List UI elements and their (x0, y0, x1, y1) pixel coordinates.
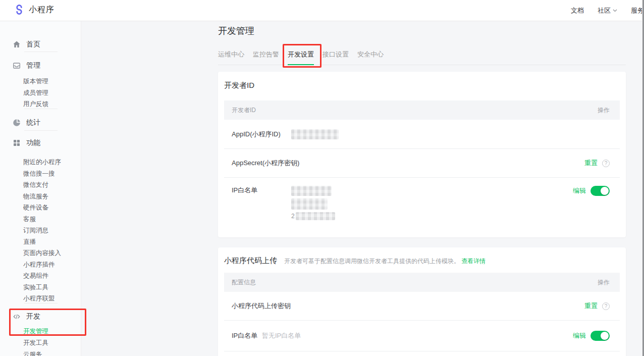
sidebar-item-user-feedback[interactable]: 用户反馈 (23, 99, 48, 109)
ip-whitelist-toggle[interactable] (591, 186, 610, 196)
folder-icon (13, 62, 21, 70)
upload-ip-whitelist-toggle[interactable] (591, 331, 610, 341)
row-actions: 编辑 (573, 186, 610, 196)
sidebar-item-cloud-service[interactable]: 云服务 (23, 350, 42, 356)
sidebar-item-trade-component[interactable]: 交易组件 (23, 271, 48, 280)
ip-whitelist-empty-value: 暂无IP白名单 (262, 331, 301, 340)
table-row: IP白名单 2 编辑 (224, 178, 620, 228)
sidebar-item-miniprogram-plugin[interactable]: 小程序插件 (23, 260, 55, 269)
help-icon[interactable]: ? (602, 160, 610, 167)
developer-id-card: 开发者ID 开发者ID 操作 AppID(小程序ID) AppSecret(小程… (218, 72, 626, 237)
sidebar-item-features[interactable]: 功能 (13, 138, 40, 148)
ip-whitelist-label: IP白名单 (232, 331, 262, 340)
ip-visible-prefix: 2 (291, 213, 295, 220)
redacted-ip-value-with-prefix: 2 (291, 212, 335, 220)
table-header: 开发者ID 操作 (224, 100, 620, 120)
nav-community-label: 社区 (598, 6, 611, 15)
home-icon (13, 40, 21, 48)
sidebar-item-wechat-pay[interactable]: 微信支付 (23, 180, 48, 189)
reset-upload-secret-button[interactable]: 重置 (584, 301, 598, 311)
tab-bar: 运维中心 监控告警 开发设置 接口设置 安全中心 (218, 47, 626, 65)
appid-label: AppID(小程序ID) (232, 130, 291, 139)
sidebar-item-home[interactable]: 首页 (13, 39, 40, 49)
table-header-name: 开发者ID (232, 106, 256, 115)
view-details-link[interactable]: 查看详情 (461, 258, 486, 265)
tab-monitor-alert[interactable]: 监控告警 (253, 47, 279, 65)
sidebar-item-develop[interactable]: 开发 (13, 312, 40, 322)
sidebar-item-manage[interactable]: 管理 (13, 61, 40, 71)
section-header: 小程序代码上传 开发者可基于配置信息调用微信开发者工具提供的代码上传模块。 查看… (218, 247, 626, 266)
sidebar-item-version-manage[interactable]: 版本管理 (23, 77, 48, 86)
divider (224, 351, 620, 351)
row-actions: 重置 ? (584, 301, 610, 311)
nav-docs[interactable]: 文档 (571, 6, 584, 15)
section-title: 开发者ID (218, 72, 626, 90)
sidebar-item-wechat-search[interactable]: 微信搜一搜 (23, 169, 55, 178)
sidebar-item-live[interactable]: 直播 (23, 237, 36, 246)
main-content: 开发管理 运维中心 监控告警 开发设置 接口设置 安全中心 开发者ID 开发者I… (218, 21, 626, 356)
table-row: AppID(小程序ID) (224, 120, 620, 148)
nav-community[interactable]: 社区 (598, 6, 617, 15)
chevron-down-icon (613, 9, 617, 12)
code-icon (13, 313, 21, 321)
sidebar-item-label: 功能 (26, 138, 40, 147)
section-description: 开发者可基于配置信息调用微信开发者工具提供的代码上传模块。 查看详情 (284, 257, 486, 266)
sidebar: 首页 管理 版本管理 成员管理 用户反馈 统计 功能 附近的小程序 微信搜一搜 … (0, 21, 81, 356)
table-header-action: 操作 (598, 106, 610, 115)
tab-security-center[interactable]: 安全中心 (357, 47, 384, 65)
sidebar-item-customer-service[interactable]: 客服 (23, 215, 36, 224)
redacted-appid-value (291, 129, 339, 139)
pie-chart-icon (13, 119, 21, 127)
logo-text: 小程序 (29, 5, 55, 15)
grid-icon (13, 139, 21, 147)
section-description-text: 开发者可基于配置信息调用微信开发者工具提供的代码上传模块。 (284, 258, 460, 265)
table-row: AppSecret(小程序密钥) 重置 ? (224, 149, 620, 177)
page-title: 开发管理 (218, 25, 254, 37)
sidebar-item-label: 统计 (26, 118, 40, 127)
wechat-miniprogram-console: 小程序 文档 社区 服务 首页 管理 版本管理 成员管理 用户反馈 统计 (0, 0, 644, 356)
sidebar-item-logistics[interactable]: 物流服务 (23, 192, 48, 201)
redacted-ip-value (291, 198, 328, 210)
tab-develop-settings[interactable]: 开发设置 (288, 47, 314, 65)
tab-ops-center[interactable]: 运维中心 (218, 47, 244, 65)
sidebar-item-label: 首页 (26, 40, 40, 49)
sidebar-item-nearby-miniprogram[interactable]: 附近的小程序 (23, 158, 61, 167)
divider (24, 303, 58, 303)
sidebar-item-label: 管理 (26, 61, 40, 70)
header-nav: 文档 社区 服务 (571, 0, 644, 21)
sidebar-item-experiment-tools[interactable]: 实验工具 (23, 283, 48, 292)
redacted-ip-value (291, 186, 332, 196)
table-row: IP白名单 暂无IP白名单 编辑 (224, 321, 620, 351)
edit-ip-whitelist-button[interactable]: 编辑 (573, 186, 586, 195)
sidebar-item-subscribe-message[interactable]: 订阅消息 (23, 226, 48, 235)
divider (24, 109, 58, 109)
divider (24, 52, 58, 52)
scrollbar-track[interactable] (642, 0, 644, 356)
appsecret-label: AppSecret(小程序密钥) (232, 159, 299, 168)
sidebar-item-page-content-access[interactable]: 页面内容接入 (23, 248, 61, 258)
sidebar-item-statistics[interactable]: 统计 (13, 118, 40, 128)
upload-secret-label: 小程序代码上传密钥 (232, 301, 291, 311)
top-header: 小程序 文档 社区 服务 (0, 0, 644, 21)
table-row: 小程序代码上传密钥 重置 ? (224, 292, 620, 320)
code-upload-card: 小程序代码上传 开发者可基于配置信息调用微信开发者工具提供的代码上传模块。 查看… (218, 247, 626, 356)
table-header-action: 操作 (598, 278, 610, 287)
row-actions: 编辑 (573, 331, 610, 341)
sidebar-item-hardware[interactable]: 硬件设备 (23, 203, 48, 212)
toggle-knob (601, 332, 609, 340)
row-actions: 重置 ? (584, 159, 610, 168)
edit-ip-whitelist-button[interactable]: 编辑 (573, 331, 586, 340)
reset-appsecret-button[interactable]: 重置 (584, 159, 598, 168)
table-header-name: 配置信息 (232, 278, 256, 287)
help-icon[interactable]: ? (602, 302, 610, 310)
table-header: 配置信息 操作 (224, 273, 620, 292)
redacted-ip-value (296, 212, 335, 220)
sidebar-item-miniprogram-union[interactable]: 小程序联盟 (23, 294, 55, 303)
sidebar-item-label: 开发 (26, 312, 40, 321)
sidebar-item-member-manage[interactable]: 成员管理 (23, 88, 48, 97)
miniprogram-logo[interactable]: 小程序 (14, 4, 55, 15)
miniprogram-logo-icon (14, 4, 25, 15)
tab-interface-settings[interactable]: 接口设置 (323, 47, 349, 65)
sidebar-item-develop-manage[interactable]: 开发管理 (23, 327, 48, 336)
sidebar-item-develop-tools[interactable]: 开发工具 (23, 338, 48, 347)
